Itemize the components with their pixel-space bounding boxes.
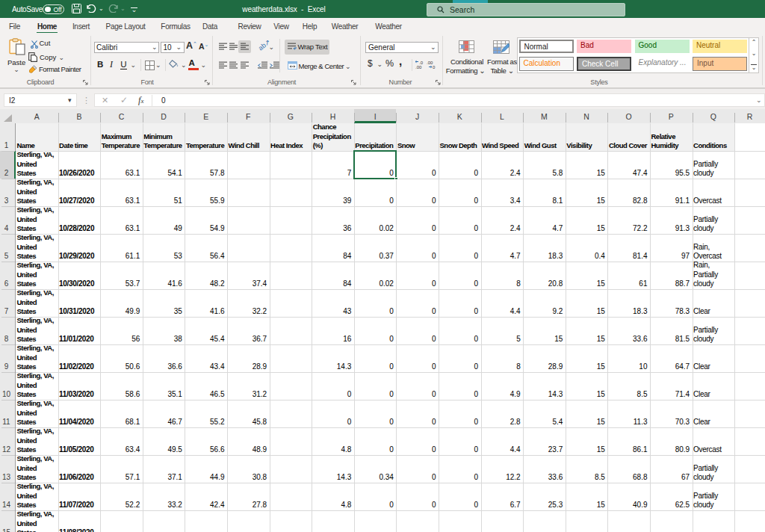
svg-text:0: 0 (433, 65, 436, 69)
svg-text:.00: .00 (415, 65, 422, 69)
svg-text:.0: .0 (419, 61, 424, 65)
svg-text:.00: .00 (427, 61, 433, 65)
